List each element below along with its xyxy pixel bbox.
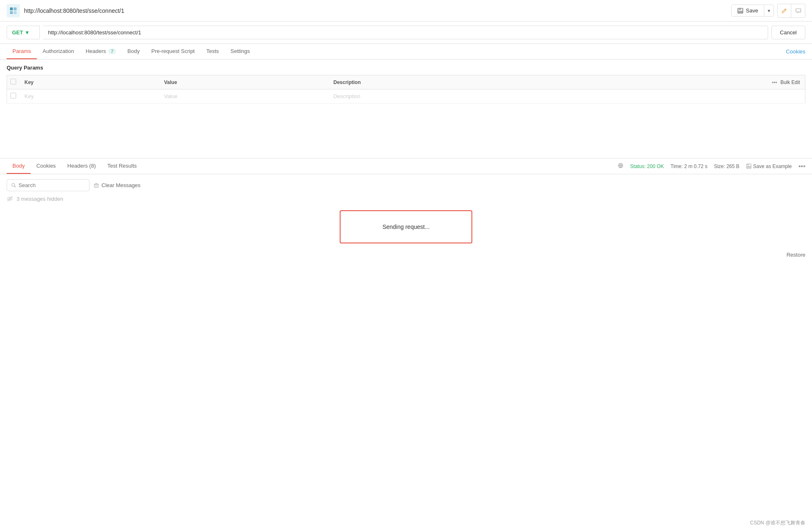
value-cell[interactable]: Value — [159, 89, 329, 103]
request-tabs: Params Authorization Headers 7 Body Pre-… — [0, 44, 812, 60]
method-chevron-icon: ▾ — [26, 29, 29, 36]
tabs-left: Params Authorization Headers 7 Body Pre-… — [7, 44, 256, 59]
sending-request-overlay: Sending request... — [340, 210, 472, 243]
svg-rect-17 — [94, 184, 98, 188]
hidden-messages-text: 3 messages hidden — [17, 196, 63, 202]
description-cell[interactable]: Description — [329, 89, 805, 103]
search-clear-row: Clear Messages — [7, 179, 805, 191]
sending-request-text: Sending request... — [382, 224, 430, 230]
cookies-link[interactable]: Cookies — [786, 44, 805, 59]
table-row: Key Value Description — [7, 89, 805, 103]
svg-rect-2 — [10, 11, 13, 14]
edit-button[interactable] — [777, 4, 791, 18]
search-box — [7, 179, 89, 191]
app-icon — [7, 4, 20, 17]
save-example-icon — [746, 164, 752, 169]
response-body-area: Clear Messages 3 messages hidden Sending… — [0, 174, 812, 248]
status-badge: Status: 200 OK — [630, 164, 664, 169]
svg-rect-6 — [738, 11, 742, 13]
cancel-button[interactable]: Cancel — [771, 26, 805, 39]
th-value: Value — [159, 75, 329, 89]
save-button-group: Save ▾ — [731, 5, 774, 17]
th-key: Key — [19, 75, 159, 89]
restore-row: Restore — [0, 252, 812, 258]
response-tab-testresults[interactable]: Test Results — [102, 159, 143, 174]
params-section: Query Params Key Value Description ••• B… — [0, 60, 812, 108]
search-input[interactable] — [19, 182, 85, 188]
url-input[interactable] — [43, 26, 768, 39]
page-footer: CSDN @谁不想飞舞青春 — [743, 517, 812, 529]
svg-rect-5 — [739, 8, 741, 10]
row-checkbox[interactable] — [10, 93, 16, 99]
url-bar: GET ▾ Cancel — [0, 22, 812, 44]
svg-rect-13 — [747, 164, 749, 166]
query-params-title: Query Params — [7, 65, 805, 71]
comment-button[interactable] — [791, 4, 805, 18]
row-checkbox-cell — [7, 89, 20, 103]
response-size: Size: 265 B — [714, 164, 739, 169]
tab-params[interactable]: Params — [7, 44, 37, 59]
th-actions: ••• Bulk Edit — [772, 79, 800, 85]
tab-url-title: http://localhost:8080/test/sse/connect/1 — [24, 7, 124, 14]
method-label: GET — [12, 29, 23, 36]
save-as-example-button[interactable]: Save as Example — [746, 164, 792, 169]
pencil-icon — [781, 8, 787, 14]
response-tab-headers[interactable]: Headers (8) — [62, 159, 102, 174]
search-icon — [11, 183, 16, 188]
save-button[interactable]: Save — [732, 5, 764, 16]
top-bar-right: Save ▾ — [731, 4, 805, 18]
method-select[interactable]: GET ▾ — [7, 26, 40, 39]
footer-text: CSDN @谁不想飞舞青春 — [750, 520, 805, 526]
clear-messages-label: Clear Messages — [102, 182, 140, 188]
headers-badge: 7 — [108, 48, 116, 54]
response-more-icon[interactable]: ••• — [798, 163, 805, 170]
th-description: Description ••• Bulk Edit — [329, 75, 805, 89]
response-time: Time: 2 m 0.72 s — [671, 164, 708, 169]
svg-rect-14 — [747, 166, 751, 168]
tab-settings[interactable]: Settings — [225, 44, 256, 59]
response-tab-body[interactable]: Body — [7, 159, 31, 174]
header-checkbox[interactable] — [10, 79, 16, 84]
svg-line-16 — [15, 186, 16, 187]
tab-prerequest[interactable]: Pre-request Script — [145, 44, 201, 59]
save-dropdown-button[interactable]: ▾ — [764, 5, 773, 16]
comment-icon — [795, 8, 801, 14]
hidden-messages-row: 3 messages hidden — [7, 195, 805, 202]
trash-icon — [94, 183, 99, 188]
key-cell[interactable]: Key — [19, 89, 159, 103]
clear-messages-button[interactable]: Clear Messages — [94, 182, 140, 188]
save-as-example-label: Save as Example — [753, 164, 792, 169]
svg-rect-0 — [10, 7, 13, 10]
tab-body[interactable]: Body — [122, 44, 146, 59]
tab-tests[interactable]: Tests — [201, 44, 225, 59]
bulk-edit-button[interactable]: Bulk Edit — [781, 79, 800, 85]
response-section: Body Cookies Headers (8) Test Results — [0, 159, 812, 258]
svg-rect-1 — [14, 7, 17, 10]
save-icon — [737, 8, 743, 14]
response-meta: Status: 200 OK Time: 2 m 0.72 s Size: 26… — [618, 163, 805, 170]
top-bar: http://localhost:8080/test/sse/connect/1… — [0, 0, 812, 22]
response-tab-cookies[interactable]: Cookies — [31, 159, 62, 174]
top-bar-left: http://localhost:8080/test/sse/connect/1 — [7, 4, 124, 17]
more-options-icon[interactable]: ••• — [772, 79, 777, 85]
response-tabs: Body Cookies Headers (8) Test Results — [0, 159, 812, 174]
globe-icon — [618, 163, 624, 170]
response-tabs-left: Body Cookies Headers (8) Test Results — [7, 159, 143, 174]
tab-authorization[interactable]: Authorization — [37, 44, 80, 59]
eye-hidden-icon — [7, 195, 13, 202]
save-label: Save — [746, 7, 758, 14]
params-table: Key Value Description ••• Bulk Edit — [7, 75, 805, 103]
th-checkbox — [7, 75, 20, 89]
restore-button[interactable]: Restore — [786, 252, 805, 258]
tab-headers[interactable]: Headers 7 — [80, 44, 122, 59]
svg-rect-3 — [14, 11, 17, 14]
icon-buttons — [777, 4, 805, 18]
svg-rect-7 — [796, 9, 801, 12]
